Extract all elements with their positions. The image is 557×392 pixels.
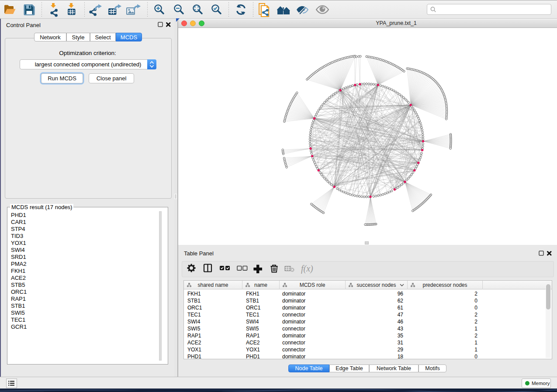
svg-text:f(x): f(x) xyxy=(301,264,313,274)
